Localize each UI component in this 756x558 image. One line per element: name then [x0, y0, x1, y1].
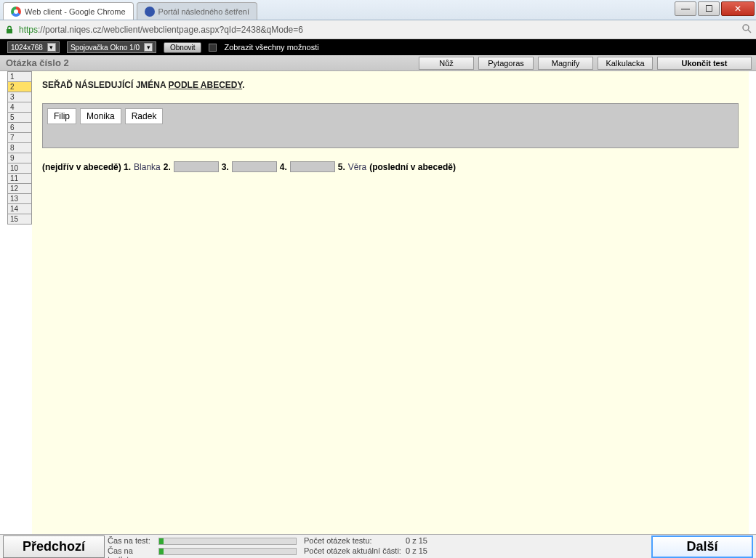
name-chip[interactable]: Monika: [80, 108, 121, 124]
tool-pytagoras-button[interactable]: Pytagoras: [478, 57, 534, 70]
instruction-prefix: SEŘAĎ NÁSLEDUJÍCÍ JMÉNA: [42, 80, 169, 90]
tool-magnify-button[interactable]: Magnify: [538, 57, 593, 70]
question-nav-item[interactable]: 2: [8, 82, 32, 92]
window-controls: — ☐ ✕: [675, 1, 755, 16]
question-nav-item[interactable]: 14: [8, 204, 32, 214]
resolution-select[interactable]: 1024x768 ▾: [7, 41, 60, 53]
window-select-value: Spojovačka Okno 1/0: [71, 44, 140, 52]
next-button[interactable]: Další: [651, 535, 753, 558]
generic-favicon: [145, 7, 155, 17]
browser-tab-active[interactable]: Web client - Google Chrome: [3, 2, 134, 20]
name-chip-listbox: FilipMonikaRadek: [42, 103, 739, 148]
answer-num-3: 3.: [222, 162, 229, 172]
address-bar: https://portal.niqes.cz/webclient/webcli…: [0, 20, 756, 39]
question-nav-item[interactable]: 9: [8, 153, 32, 163]
app-toolbar: 1024x768 ▾ Spojovačka Okno 1/0 ▾ Obnovit…: [0, 39, 756, 55]
answer-num-5: 5.: [338, 162, 345, 172]
end-test-button[interactable]: Ukončit test: [657, 57, 752, 70]
show-all-checkbox[interactable]: [209, 44, 217, 52]
close-button[interactable]: ✕: [721, 1, 755, 16]
stats-block: Čas na test: Počet otázek testu: 0 z 15 …: [108, 535, 457, 558]
answer-lead: (nejdřív v abecedě) 1.: [42, 162, 131, 172]
name-chip[interactable]: Filip: [47, 108, 76, 124]
answer-num-4: 4.: [280, 162, 287, 172]
instruction-suffix: .: [242, 80, 244, 90]
tab-title: Portál následného šetření: [158, 7, 249, 16]
drop-slot-2[interactable]: [174, 161, 219, 172]
svg-point-0: [743, 25, 749, 31]
show-all-label: Zobrazit všechny možnosti: [224, 43, 318, 52]
question-nav-item[interactable]: 4: [8, 102, 32, 113]
chevron-down-icon: ▾: [144, 43, 153, 52]
search-icon[interactable]: [741, 23, 752, 36]
window-titlebar: Web client - Google Chrome Portál násled…: [0, 0, 756, 20]
question-nav-item[interactable]: 11: [8, 174, 32, 184]
answer-line: (nejdřív v abecedě) 1. Blanka 2. 3. 4. 5…: [42, 161, 739, 172]
question-nav-item[interactable]: 15: [8, 214, 32, 225]
question-content: SEŘAĎ NÁSLEDUJÍCÍ JMÉNA PODLE ABECEDY. F…: [32, 71, 749, 534]
question-nav-item[interactable]: 3: [8, 92, 32, 102]
tab-title: Web client - Google Chrome: [25, 7, 126, 16]
prev-button[interactable]: Předchozí: [3, 535, 105, 558]
lock-icon: [4, 25, 15, 35]
browser-tab-inactive[interactable]: Portál následného šetření: [137, 2, 257, 20]
question-nav: 123456789101112131415: [7, 71, 32, 534]
main-area: 123456789101112131415 SEŘAĎ NÁSLEDUJÍCÍ …: [7, 71, 749, 534]
url-scheme: https: [19, 25, 38, 35]
time-test-bar: [158, 538, 297, 545]
question-title: Otázka číslo 2: [6, 57, 419, 68]
tool-calculator-button[interactable]: Kalkulacka: [598, 57, 653, 70]
question-nav-item[interactable]: 13: [8, 194, 32, 204]
name-chip[interactable]: Radek: [125, 108, 164, 124]
maximize-button[interactable]: ☐: [698, 1, 720, 16]
drop-slot-4[interactable]: [290, 161, 335, 172]
footer-bar: Předchozí Čas na test: Počet otázek test…: [0, 534, 756, 558]
question-nav-item[interactable]: 1: [8, 72, 32, 82]
answer-fixed-5: Věra: [348, 162, 366, 172]
drop-slot-3[interactable]: [232, 161, 277, 172]
question-nav-item[interactable]: 8: [8, 143, 32, 153]
question-nav-item[interactable]: 5: [8, 113, 32, 123]
question-nav-item[interactable]: 10: [8, 163, 32, 174]
count-test-label: Počet otázek testu:: [304, 536, 406, 545]
minimize-button[interactable]: —: [675, 1, 696, 16]
time-testlet-bar: [158, 548, 297, 555]
tool-nuz-button[interactable]: Nůž: [419, 57, 474, 70]
url-text[interactable]: https://portal.niqes.cz/webclient/webcli…: [19, 25, 303, 35]
resolution-value: 1024x768: [11, 44, 43, 52]
answer-fixed-1: Blanka: [134, 162, 161, 172]
svg-line-1: [748, 30, 751, 33]
page-header: Otázka číslo 2 Nůž Pytagoras Magnify Kal…: [0, 55, 756, 71]
url-path: ://portal.niqes.cz/webclient/webclientpa…: [38, 25, 303, 35]
question-nav-item[interactable]: 7: [8, 133, 32, 143]
question-nav-item[interactable]: 6: [8, 123, 32, 133]
instruction-underlined: PODLE ABECEDY: [169, 80, 243, 90]
count-part-label: Počet otázek aktuální části:: [304, 546, 406, 558]
chrome-icon: [11, 7, 21, 17]
window-select[interactable]: Spojovačka Okno 1/0 ▾: [67, 41, 156, 53]
refresh-button[interactable]: Obnovit: [164, 42, 201, 53]
time-test-fill: [159, 538, 164, 544]
answer-tail: (poslední v abecedě): [369, 162, 456, 172]
count-part-value: 0 z 15: [406, 546, 457, 558]
instruction-text: SEŘAĎ NÁSLEDUJÍCÍ JMÉNA PODLE ABECEDY.: [42, 80, 739, 90]
question-nav-item[interactable]: 12: [8, 184, 32, 194]
answer-num-2: 2.: [164, 162, 171, 172]
time-test-label: Čas na test:: [108, 536, 158, 545]
time-testlet-label: Čas na testlet:: [108, 546, 158, 558]
chevron-down-icon: ▾: [47, 43, 56, 52]
time-testlet-fill: [159, 549, 164, 554]
count-test-value: 0 z 15: [406, 536, 457, 545]
